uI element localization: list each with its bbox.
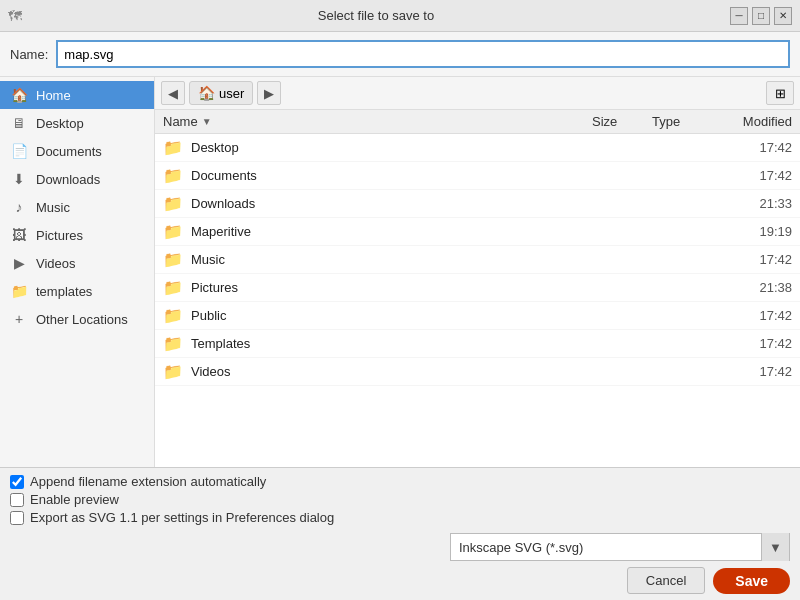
options-row: Append filename extension automatically … bbox=[10, 474, 790, 525]
sidebar-item-home[interactable]: 🏠 Home bbox=[0, 81, 154, 109]
file-name: Music bbox=[191, 252, 225, 267]
file-name-cell: 📁 Public bbox=[163, 306, 592, 325]
sidebar-icon-pictures: 🖼 bbox=[10, 227, 28, 243]
format-select-wrapper: Inkscape SVG (*.svg) ▼ bbox=[450, 533, 790, 561]
file-name-cell: 📁 Videos bbox=[163, 362, 592, 381]
sidebar-item-videos[interactable]: ▶ Videos bbox=[0, 249, 154, 277]
file-rows: 📁 Desktop 17:42 📁 Documents 17:42 📁 Down… bbox=[155, 134, 800, 386]
sidebar-icon-home: 🏠 bbox=[10, 87, 28, 103]
title-bar-controls: ─ □ ✕ bbox=[730, 7, 792, 25]
export-svg11-row[interactable]: Export as SVG 1.1 per settings in Prefer… bbox=[10, 510, 790, 525]
export-svg11-checkbox[interactable] bbox=[10, 511, 24, 525]
folder-icon: 📁 bbox=[163, 138, 183, 157]
bottom-bar: Append filename extension automatically … bbox=[0, 467, 800, 600]
col-type-header[interactable]: Type bbox=[652, 114, 712, 129]
grid-toggle-button[interactable]: ⊞ bbox=[766, 81, 794, 105]
file-toolbar: ◀ 🏠 user ▶ ⊞ bbox=[155, 77, 800, 110]
table-row[interactable]: 📁 Public 17:42 bbox=[155, 302, 800, 330]
file-name-cell: 📁 Maperitive bbox=[163, 222, 592, 241]
file-modified: 17:42 bbox=[712, 168, 792, 183]
location-pill[interactable]: 🏠 user bbox=[189, 81, 253, 105]
folder-icon: 📁 bbox=[163, 166, 183, 185]
enable-preview-checkbox[interactable] bbox=[10, 493, 24, 507]
file-modified: 17:42 bbox=[712, 364, 792, 379]
file-name-cell: 📁 Music bbox=[163, 250, 592, 269]
cancel-button[interactable]: Cancel bbox=[627, 567, 705, 594]
col-name-header[interactable]: Name ▼ bbox=[163, 114, 592, 129]
app-icon: 🗺 bbox=[8, 8, 22, 24]
sidebar-label-videos: Videos bbox=[36, 256, 76, 271]
maximize-button[interactable]: □ bbox=[752, 7, 770, 25]
file-modified: 19:19 bbox=[712, 224, 792, 239]
minimize-button[interactable]: ─ bbox=[730, 7, 748, 25]
table-row[interactable]: 📁 Templates 17:42 bbox=[155, 330, 800, 358]
sidebar-label-desktop: Desktop bbox=[36, 116, 84, 131]
back-icon: ◀ bbox=[168, 86, 178, 101]
enable-preview-row[interactable]: Enable preview bbox=[10, 492, 790, 507]
sidebar-icon-videos: ▶ bbox=[10, 255, 28, 271]
forward-icon: ▶ bbox=[264, 86, 274, 101]
file-modified: 21:38 bbox=[712, 280, 792, 295]
dialog-title: Select file to save to bbox=[22, 8, 730, 23]
sidebar-item-downloads[interactable]: ⬇ Downloads bbox=[0, 165, 154, 193]
sidebar-item-pictures[interactable]: 🖼 Pictures bbox=[0, 221, 154, 249]
table-row[interactable]: 📁 Videos 17:42 bbox=[155, 358, 800, 386]
file-name: Pictures bbox=[191, 280, 238, 295]
file-name: Public bbox=[191, 308, 226, 323]
format-select-text: Inkscape SVG (*.svg) bbox=[451, 540, 761, 555]
sidebar-item-music[interactable]: ♪ Music bbox=[0, 193, 154, 221]
file-name: Maperitive bbox=[191, 224, 251, 239]
name-row: Name: bbox=[0, 32, 800, 77]
file-modified: 21:33 bbox=[712, 196, 792, 211]
format-row: Inkscape SVG (*.svg) ▼ bbox=[10, 533, 790, 561]
folder-icon: 📁 bbox=[163, 334, 183, 353]
format-dropdown-button[interactable]: ▼ bbox=[761, 533, 789, 561]
sidebar-label-documents: Documents bbox=[36, 144, 102, 159]
file-modified: 17:42 bbox=[712, 252, 792, 267]
action-row: Cancel Save bbox=[10, 567, 790, 594]
sidebar-icon-templates: 📁 bbox=[10, 283, 28, 299]
file-modified: 17:42 bbox=[712, 140, 792, 155]
file-name-cell: 📁 Pictures bbox=[163, 278, 592, 297]
table-row[interactable]: 📁 Pictures 21:38 bbox=[155, 274, 800, 302]
save-button[interactable]: Save bbox=[713, 568, 790, 594]
sidebar-icon-desktop: 🖥 bbox=[10, 115, 28, 131]
folder-icon: 📁 bbox=[163, 278, 183, 297]
sidebar: 🏠 Home 🖥 Desktop 📄 Documents ⬇ Downloads… bbox=[0, 77, 155, 467]
file-list-container: Name ▼ Size Type Modified 📁 Desktop 17:4… bbox=[155, 110, 800, 467]
sidebar-icon-music: ♪ bbox=[10, 199, 28, 215]
file-name: Downloads bbox=[191, 196, 255, 211]
sidebar-item-other-locations[interactable]: + Other Locations bbox=[0, 305, 154, 333]
sidebar-item-templates[interactable]: 📁 templates bbox=[0, 277, 154, 305]
table-row[interactable]: 📁 Downloads 21:33 bbox=[155, 190, 800, 218]
table-row[interactable]: 📁 Documents 17:42 bbox=[155, 162, 800, 190]
sidebar-label-home: Home bbox=[36, 88, 71, 103]
folder-icon: 📁 bbox=[163, 194, 183, 213]
enable-preview-label: Enable preview bbox=[30, 492, 119, 507]
format-dropdown-icon: ▼ bbox=[769, 540, 782, 555]
export-svg11-label: Export as SVG 1.1 per settings in Prefer… bbox=[30, 510, 334, 525]
back-button[interactable]: ◀ bbox=[161, 81, 185, 105]
forward-button[interactable]: ▶ bbox=[257, 81, 281, 105]
sidebar-icon-documents: 📄 bbox=[10, 143, 28, 159]
append-extension-label: Append filename extension automatically bbox=[30, 474, 266, 489]
sidebar-label-pictures: Pictures bbox=[36, 228, 83, 243]
table-row[interactable]: 📁 Music 17:42 bbox=[155, 246, 800, 274]
table-row[interactable]: 📁 Desktop 17:42 bbox=[155, 134, 800, 162]
append-extension-row[interactable]: Append filename extension automatically bbox=[10, 474, 790, 489]
file-name: Desktop bbox=[191, 140, 239, 155]
sidebar-item-documents[interactable]: 📄 Documents bbox=[0, 137, 154, 165]
close-button[interactable]: ✕ bbox=[774, 7, 792, 25]
file-name: Videos bbox=[191, 364, 231, 379]
folder-icon: 📁 bbox=[163, 306, 183, 325]
sidebar-icon-other-locations: + bbox=[10, 311, 28, 327]
sidebar-item-desktop[interactable]: 🖥 Desktop bbox=[0, 109, 154, 137]
file-modified: 17:42 bbox=[712, 308, 792, 323]
col-size-header[interactable]: Size bbox=[592, 114, 652, 129]
table-row[interactable]: 📁 Maperitive 19:19 bbox=[155, 218, 800, 246]
title-bar: 🗺 Select file to save to ─ □ ✕ bbox=[0, 0, 800, 32]
folder-icon: 📁 bbox=[163, 250, 183, 269]
append-extension-checkbox[interactable] bbox=[10, 475, 24, 489]
col-modified-header[interactable]: Modified bbox=[712, 114, 792, 129]
filename-input[interactable] bbox=[56, 40, 790, 68]
